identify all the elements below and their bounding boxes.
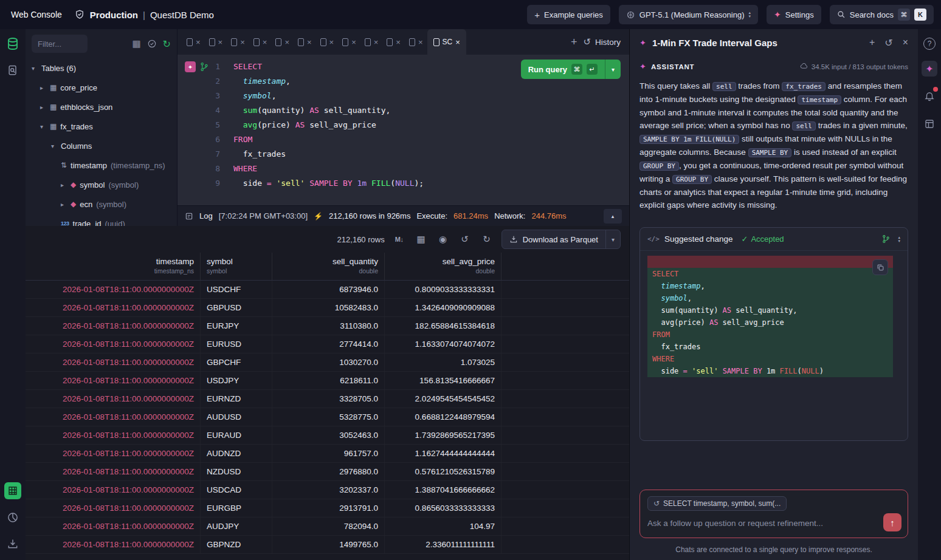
table-row[interactable]: 2026-01-08T18:11:00.0000000000ZEURAUD305… — [26, 426, 629, 445]
code-line[interactable]: 3 symbol, — [178, 89, 629, 103]
table-row[interactable]: 2026-01-08T18:11:00.0000000000ZUSDCHF687… — [26, 281, 629, 299]
table-row[interactable]: 2026-01-08T18:11:00.0000000000ZAUDJPY782… — [26, 517, 629, 536]
git-branch-icon[interactable] — [881, 234, 891, 244]
new-chat-button[interactable]: + — [869, 37, 875, 48]
run-options-button[interactable]: ▾ — [605, 60, 621, 79]
chart-panel-icon[interactable] — [4, 509, 21, 526]
markdown-export-icon[interactable]: M↓ — [392, 232, 407, 247]
table-row[interactable]: 2026-01-08T18:11:00.0000000000ZGBPUSD105… — [26, 299, 629, 317]
close-panel-button[interactable]: × — [903, 37, 908, 48]
columns-group[interactable]: ▾ Columns — [26, 136, 177, 155]
editor-tab[interactable]: × — [205, 29, 227, 55]
close-tab-icon[interactable]: × — [374, 38, 379, 47]
download-options-button[interactable]: ▾ — [605, 230, 620, 248]
editor-tab[interactable]: × — [382, 29, 405, 55]
editor-tab[interactable]: × — [316, 29, 339, 55]
history-button[interactable]: ↺ History — [583, 36, 621, 47]
expand-collapse-icon[interactable]: ▴▾ — [898, 236, 900, 243]
grid-panel-icon[interactable] — [4, 482, 21, 499]
editor-tab[interactable]: × — [271, 29, 294, 55]
table-row[interactable]: 2026-01-08T18:11:00.0000000000ZAUDNZD961… — [26, 445, 629, 463]
column-header-sell_avg_price[interactable]: sell_avg_pricedouble — [385, 253, 502, 280]
rerun-icon[interactable]: ↻ — [480, 232, 494, 247]
import-icon[interactable] — [4, 536, 21, 553]
run-marker-icon[interactable] — [199, 62, 209, 72]
refresh-icon[interactable]: ↻ — [163, 38, 171, 50]
model-selector[interactable]: GPT-5.1 (Medium Reasoning) ▴▾ — [619, 5, 758, 24]
column-item-trade-id[interactable]: 123 trade_id (uuid) — [26, 214, 177, 226]
close-tab-icon[interactable]: × — [284, 38, 289, 47]
column-header-symbol[interactable]: symbolsymbol — [201, 253, 272, 280]
editor-code[interactable]: 1SELECT2 timestamp,3 symbol,4 sum(quanti… — [178, 60, 629, 191]
editor-tab[interactable]: × — [182, 29, 205, 55]
close-tab-icon[interactable]: × — [307, 38, 312, 47]
download-parquet-button[interactable]: Download as Parquet — [502, 230, 605, 248]
close-tab-icon[interactable]: × — [263, 38, 267, 47]
editor-tab[interactable]: × — [360, 29, 383, 55]
settings-button[interactable]: ✦ Settings — [767, 5, 821, 24]
column-header-sell_quantity[interactable]: sell_quantitydouble — [272, 253, 385, 280]
table-row[interactable]: 2026-01-08T18:11:00.0000000000ZAUDUSD532… — [26, 408, 629, 426]
table-item-core-price[interactable]: ▸ ▦ core_price — [26, 78, 177, 97]
table-row[interactable]: 2026-01-08T18:11:00.0000000000ZEURUSD277… — [26, 335, 629, 353]
log-label[interactable]: Log — [199, 211, 213, 220]
table-row[interactable]: 2026-01-08T18:11:00.0000000000ZEURNZD332… — [26, 390, 629, 408]
editor-tab[interactable]: × — [405, 29, 427, 55]
send-button[interactable]: ↑ — [883, 513, 901, 531]
notifications-icon[interactable] — [921, 87, 938, 104]
chat-history-button[interactable]: ↺ — [884, 37, 892, 49]
copy-code-button[interactable] — [872, 259, 888, 275]
run-query-button[interactable]: Run query ⌘ ↵ — [521, 60, 605, 79]
questdb-logo[interactable] — [4, 35, 21, 52]
table-row[interactable]: 2026-01-08T18:11:00.0000000000ZGBPNZD149… — [26, 536, 629, 554]
close-tab-icon[interactable]: × — [196, 38, 201, 47]
grid-view-icon[interactable]: ▦ — [132, 38, 140, 49]
grid-copy-icon[interactable]: ▦ — [414, 232, 429, 247]
ai-panel-icon[interactable]: ✦ — [922, 61, 937, 77]
table-row[interactable]: 2026-01-08T18:11:00.0000000000ZUSDCAD320… — [26, 481, 629, 499]
column-item-ecn[interactable]: ▸ ◆ ecn (symbol) — [26, 194, 177, 214]
table-row[interactable]: 2026-01-08T18:11:00.0000000000ZUSDJPY621… — [26, 372, 629, 390]
column-header-timestamp[interactable]: timestamptimestamp_ns — [26, 253, 201, 280]
column-item-symbol[interactable]: ▸ ◆ symbol (symbol) — [26, 175, 177, 194]
table-row[interactable]: 2026-01-08T18:11:00.0000000000ZGBPCHF103… — [26, 353, 629, 372]
filter-input[interactable] — [32, 35, 88, 53]
collapse-log-button[interactable]: ▴ — [604, 209, 622, 224]
table-row[interactable]: 2026-01-08T18:11:00.0000000000ZNZDUSD297… — [26, 463, 629, 481]
column-item-timestamp[interactable]: ⇅ timestamp (timestamp_ns) — [26, 155, 177, 175]
code-line[interactable]: 4 sum(quantity) AS sell_quantity, — [178, 103, 629, 118]
sql-editor[interactable]: ✦ 1SELECT2 timestamp,3 symbol,4 sum(quan… — [178, 55, 629, 205]
query-history-icon[interactable]: ↺ — [458, 232, 472, 247]
instance-selector[interactable]: Production | QuestDB Demo — [74, 9, 214, 20]
editor-tab[interactable]: × — [249, 29, 272, 55]
table-item-ethblocks-json[interactable]: ▸ ▦ ethblocks_json — [26, 97, 177, 117]
editor-tab-active[interactable]: SC× — [427, 29, 466, 55]
chart-view-icon[interactable]: ◉ — [436, 232, 450, 247]
check-circle-icon[interactable] — [147, 39, 157, 49]
example-queries-button[interactable]: + Example queries — [527, 5, 610, 24]
close-tab-icon[interactable]: × — [329, 38, 334, 47]
ai-assist-icon[interactable]: ✦ — [185, 61, 196, 72]
code-line[interactable]: 5 avg(price) AS sell_avg_price — [178, 118, 629, 132]
query-context-chip[interactable]: ↺ SELECT timestamp, symbol, sum(... — [647, 496, 787, 511]
code-line[interactable]: 8WHERE — [178, 162, 629, 176]
tables-root[interactable]: ▾ Tables (6) — [26, 58, 177, 78]
editor-tab[interactable]: × — [294, 29, 316, 55]
close-tab-icon[interactable]: × — [240, 38, 245, 47]
table-row[interactable]: 2026-01-08T18:11:00.0000000000ZEURJPY311… — [26, 317, 629, 335]
chat-input[interactable] — [647, 519, 863, 528]
datasets-panel-icon[interactable] — [921, 115, 938, 132]
new-tab-button[interactable]: + — [565, 36, 584, 49]
editor-tab[interactable]: × — [338, 29, 360, 55]
close-tab-icon[interactable]: × — [351, 38, 356, 47]
code-line[interactable]: 6FROM — [178, 132, 629, 147]
editor-tab[interactable]: × — [227, 29, 249, 55]
search-tables-icon[interactable] — [4, 62, 21, 79]
help-icon[interactable]: ? — [923, 38, 936, 50]
close-tab-icon[interactable]: × — [396, 38, 401, 47]
search-docs-button[interactable]: Search docs ⌘ K — [830, 5, 934, 24]
close-tab-icon[interactable]: × — [418, 38, 423, 47]
close-tab-icon[interactable]: × — [218, 38, 223, 47]
table-item-fx-trades[interactable]: ▾ ▦ fx_trades — [26, 117, 177, 136]
code-line[interactable]: 9 side = 'sell' SAMPLE BY 1m FILL(NULL); — [178, 176, 629, 191]
